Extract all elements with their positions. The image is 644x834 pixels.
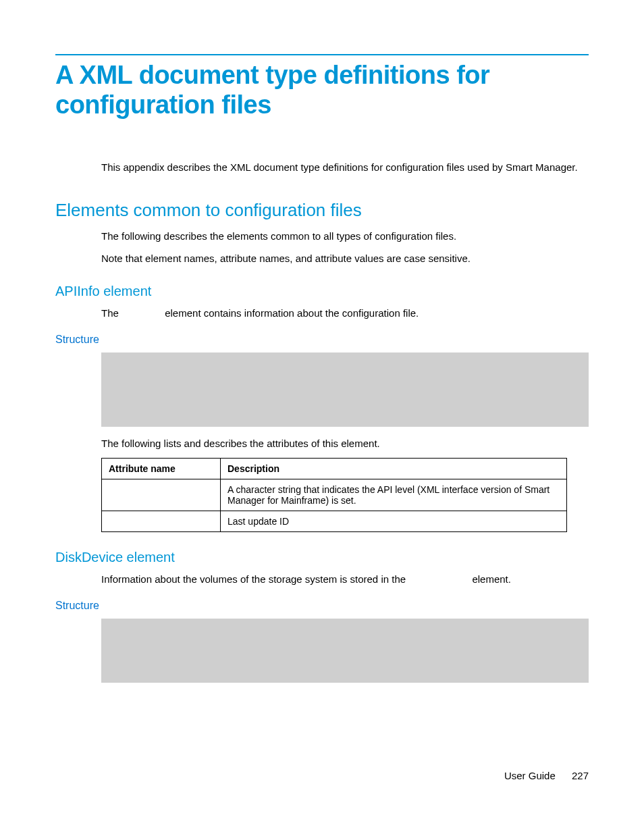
code-block-diskdevice	[101, 619, 589, 683]
diskdevice-sentence-post: element.	[469, 573, 511, 585]
page-footer: User Guide 227	[504, 770, 589, 781]
section1-p1: The following describes the elements com…	[101, 229, 589, 244]
footer-label: User Guide	[504, 770, 556, 781]
section-heading-elements-common: Elements common to configuration files	[55, 200, 589, 221]
apiinfo-sentence: The element contains information about t…	[101, 306, 589, 321]
table-row: Last update ID	[102, 511, 567, 532]
cell-attr-name	[102, 511, 221, 532]
table-row: A character string that indicates the AP…	[102, 479, 567, 511]
page-number: 227	[572, 770, 589, 781]
top-rule	[55, 54, 589, 55]
cell-attr-name	[102, 479, 221, 511]
apiinfo-sentence-pre: The	[101, 307, 122, 319]
apiinfo-sentence-post: element contains information about the c…	[162, 307, 419, 319]
table-header-row: Attribute name Description	[102, 459, 567, 479]
structure-label-2: Structure	[55, 600, 589, 612]
subheading-apiinfo: APIInfo element	[55, 284, 589, 299]
subheading-diskdevice: DiskDevice element	[55, 550, 589, 565]
apiinfo-attr-table: Attribute name Description A character s…	[101, 458, 567, 532]
diskdevice-sentence: Information about the volumes of the sto…	[101, 572, 589, 588]
th-attribute-name: Attribute name	[102, 459, 221, 479]
cell-attr-desc: A character string that indicates the AP…	[221, 479, 567, 511]
page-title: A XML document type definitions for conf…	[55, 61, 589, 120]
cell-attr-desc: Last update ID	[221, 511, 567, 532]
section1-p2: Note that element names, attribute names…	[101, 251, 589, 267]
attr-intro: The following lists and describes the at…	[101, 436, 589, 452]
intro-paragraph: This appendix describes the XML document…	[101, 160, 589, 174]
code-block-apiinfo	[101, 353, 589, 427]
structure-label-1: Structure	[55, 334, 589, 346]
diskdevice-sentence-pre: Information about the volumes of the sto…	[101, 573, 408, 585]
th-description: Description	[221, 459, 567, 479]
